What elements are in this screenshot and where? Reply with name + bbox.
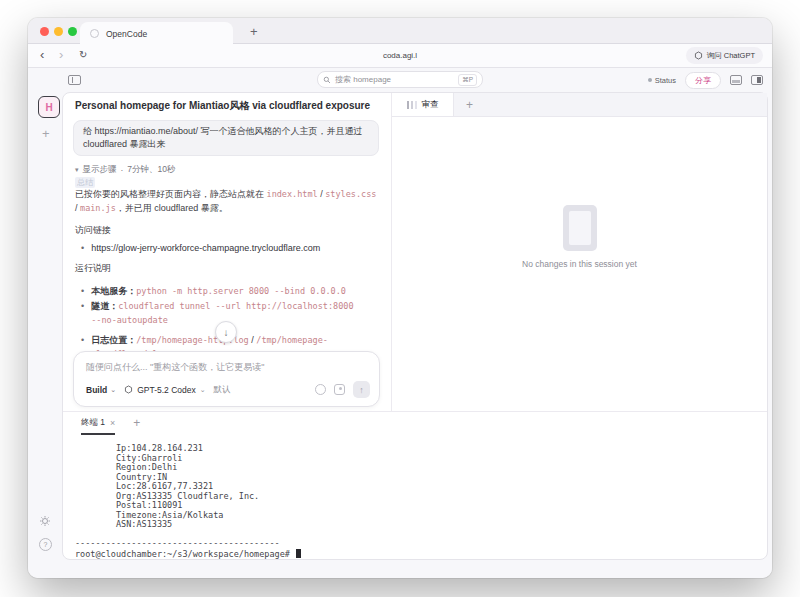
attach-image-icon[interactable] xyxy=(334,384,345,395)
review-panel: 审查 + No changes in this session yet xyxy=(392,93,767,412)
session-title: Personal homepage for Miantiao风格 via clo… xyxy=(75,99,383,113)
browser-window: OpenCode + ‹ › ↻ coda.agi.l 询问 ChatGPT 搜… xyxy=(28,18,772,578)
workspace-button[interactable]: H xyxy=(38,96,60,118)
model-dropdown[interactable]: GPT-5.2 Codex ⌄ xyxy=(124,385,205,395)
search-placeholder: 搜索 homepage xyxy=(335,74,454,85)
terminal-line: ASN:AS13335 xyxy=(75,520,759,530)
voice-record-icon[interactable] xyxy=(315,384,326,395)
composer-controls: Build ⌄ GPT-5.2 Codex ⌄ 默认 xyxy=(86,381,370,398)
mode-label: Build xyxy=(86,385,107,395)
composer[interactable]: 随便问点什么... "重构这个函数，让它更易读" Build ⌄ GPT-5.2… xyxy=(73,351,380,407)
url-bar[interactable]: coda.agi.l xyxy=(28,51,772,60)
tab-favicon-icon xyxy=(90,29,99,38)
inline-code: styles.css xyxy=(325,189,376,199)
scroll-to-bottom-button[interactable]: ↓ xyxy=(215,321,237,343)
arrow-down-icon: ↓ xyxy=(224,327,229,338)
new-terminal-button[interactable]: + xyxy=(133,417,140,429)
model-label: GPT-5.2 Codex xyxy=(137,385,196,395)
link-heading: 访问链接 xyxy=(75,224,111,237)
empty-state-file-inner xyxy=(569,211,591,245)
help-icon[interactable]: ? xyxy=(39,538,52,551)
opencode-app: 搜索 homepage ⌘P Status 分享 H + ? xyxy=(28,68,772,578)
terminal-tab-label: 终端 1 xyxy=(81,417,105,429)
openai-logo-icon xyxy=(694,51,703,60)
right-panel-icon[interactable] xyxy=(751,75,763,85)
summary-text: ，并已用 cloudflared 暴露。 xyxy=(116,203,228,213)
terminal-output[interactable]: Ip:104.28.164.231 City:Gharroli Region:D… xyxy=(75,444,759,559)
toolbar-right-cluster: Status 分享 xyxy=(648,68,763,92)
bottom-panel-icon[interactable] xyxy=(730,75,742,85)
ask-chatgpt-label: 询问 ChatGPT xyxy=(707,51,755,61)
status-label: Status xyxy=(655,76,676,85)
browser-tab-opencode[interactable]: OpenCode xyxy=(80,22,233,45)
terminal-prompt: root@cloudchamber:~/s3/workspace/homepag… xyxy=(75,549,295,559)
inline-code: main.js xyxy=(80,203,116,213)
steps-separator: · xyxy=(121,165,124,175)
maximize-window-button[interactable] xyxy=(68,27,77,36)
tab-review[interactable]: 审查 xyxy=(392,93,454,116)
close-window-button[interactable] xyxy=(40,27,49,36)
inline-code: python -m http.server 8000 --bind 0.0.0.… xyxy=(136,286,346,296)
search-shortcut-badge: ⌘P xyxy=(458,74,477,86)
empty-state-text: No changes in this session yet xyxy=(392,259,767,269)
mode-dropdown[interactable]: Build ⌄ xyxy=(86,385,116,395)
summary-text: 已按你要的风格整理好页面内容，静态站点就在 xyxy=(75,189,267,199)
close-icon[interactable]: × xyxy=(110,418,115,428)
search-input[interactable]: 搜索 homepage ⌘P xyxy=(317,71,483,88)
terminal-line: Timezone:Asia/Kolkata xyxy=(75,511,759,521)
openai-logo-icon xyxy=(124,385,133,394)
tunnel-link[interactable]: https://glow-jerry-workforce-champagne.t… xyxy=(91,241,320,255)
user-message: 给 https://miantiao.me/about/ 写一个适合他风格的个人… xyxy=(73,120,379,156)
settings-gear-icon[interactable] xyxy=(39,513,51,531)
run-heading: 运行说明 xyxy=(75,262,111,275)
bullet-label: 日志位置： xyxy=(91,335,136,345)
preset-label[interactable]: 默认 xyxy=(214,384,231,396)
chevron-down-icon: ⌄ xyxy=(110,386,116,394)
assistant-summary: 已按你要的风格整理好页面内容，静态站点就在 index.html / style… xyxy=(75,187,378,215)
send-button[interactable]: ↑ xyxy=(353,381,370,398)
terminal-cursor xyxy=(296,549,301,558)
diff-columns-icon xyxy=(407,101,417,109)
sidebar-toggle-icon[interactable] xyxy=(68,75,81,85)
new-tab-button[interactable]: + xyxy=(250,22,258,42)
left-rail: H + ? xyxy=(28,92,62,578)
new-session-button[interactable]: + xyxy=(42,126,50,141)
chevron-down-icon: ⌄ xyxy=(200,386,206,394)
bullet-icon: • xyxy=(81,299,84,327)
bullet-label: 本地服务： xyxy=(91,286,136,296)
access-link-item: • https://glow-jerry-workforce-champagne… xyxy=(81,241,320,255)
bullet-icon: • xyxy=(81,284,84,298)
add-review-tab-button[interactable]: + xyxy=(466,93,473,116)
share-button[interactable]: 分享 xyxy=(685,72,721,89)
arrow-up-icon: ↑ xyxy=(359,385,364,395)
status-dot xyxy=(648,78,652,82)
review-tab-label: 审查 xyxy=(422,99,439,111)
status-indicator[interactable]: Status xyxy=(648,76,676,85)
terminal-line: Region:Delhi xyxy=(75,463,759,473)
steps-duration: 7分钟、10秒 xyxy=(127,164,175,176)
tab-title: OpenCode xyxy=(106,29,147,39)
bullet-icon: • xyxy=(81,241,84,255)
search-icon xyxy=(323,76,331,84)
app-toolbar: 搜索 homepage ⌘P Status 分享 xyxy=(28,68,772,92)
chat-panel: Personal homepage for Miantiao风格 via clo… xyxy=(63,93,392,412)
terminal-tab-bar: 终端 1 × + xyxy=(81,417,140,435)
steps-chevron-icon: ▾ xyxy=(75,166,79,174)
terminal-line: ---------------------------------------- xyxy=(75,539,759,549)
terminal-prompt-line: root@cloudchamber:~/s3/workspace/homepag… xyxy=(75,549,759,560)
terminal-panel: 终端 1 × + Ip:104.28.164.231 City:Gharroli… xyxy=(63,412,767,559)
browser-navbar: ‹ › ↻ coda.agi.l 询问 ChatGPT xyxy=(28,44,772,68)
ask-chatgpt-button[interactable]: 询问 ChatGPT xyxy=(686,47,763,64)
bullet-label: 隧道： xyxy=(91,301,118,311)
workspace-card: Personal homepage for Miantiao风格 via clo… xyxy=(62,92,768,560)
composer-placeholder: 随便问点什么... "重构这个函数，让它更易读" xyxy=(86,361,264,374)
list-item: • 本地服务：python -m http.server 8000 --bind… xyxy=(81,284,346,298)
terminal-line: City:Gharroli xyxy=(75,454,759,464)
tab-terminal-1[interactable]: 终端 1 × xyxy=(81,417,115,435)
workspace-initial: H xyxy=(45,102,52,113)
review-tab-bar: 审查 + xyxy=(392,93,767,117)
inline-code: index.html xyxy=(267,189,318,199)
minimize-window-button[interactable] xyxy=(54,27,63,36)
show-steps-toggle[interactable]: ▾ 显示步骤 · 7分钟、10秒 xyxy=(75,164,176,176)
empty-state-file-icon xyxy=(563,205,597,251)
